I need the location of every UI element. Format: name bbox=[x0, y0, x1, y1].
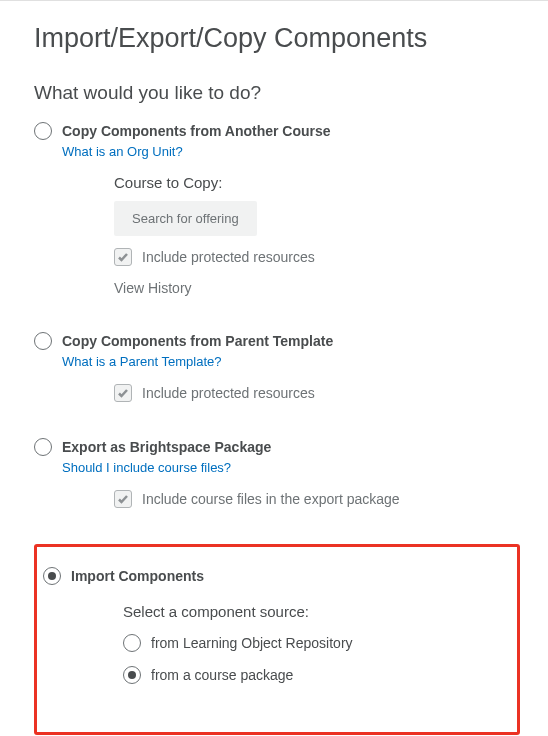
label-export: Export as Brightspace Package bbox=[62, 439, 271, 455]
include-protected-label-1: Include protected resources bbox=[142, 249, 315, 265]
source-label: Select a component source: bbox=[123, 603, 499, 620]
search-offering-button[interactable]: Search for offering bbox=[114, 201, 257, 236]
check-icon bbox=[117, 251, 129, 263]
radio-copy-parent[interactable] bbox=[34, 332, 52, 350]
checkbox-include-files[interactable] bbox=[114, 490, 132, 508]
radio-copy-course[interactable] bbox=[34, 122, 52, 140]
radio-export[interactable] bbox=[34, 438, 52, 456]
checkbox-include-protected-2[interactable] bbox=[114, 384, 132, 402]
label-from-lor: from Learning Object Repository bbox=[151, 635, 353, 651]
radio-import[interactable] bbox=[43, 567, 61, 585]
label-copy-course: Copy Components from Another Course bbox=[62, 123, 331, 139]
check-icon bbox=[117, 493, 129, 505]
link-org-unit-help[interactable]: What is an Org Unit? bbox=[62, 144, 183, 159]
label-from-package: from a course package bbox=[151, 667, 293, 683]
check-icon bbox=[117, 387, 129, 399]
radio-from-package[interactable] bbox=[123, 666, 141, 684]
option-copy-parent: Copy Components from Parent Template Wha… bbox=[34, 332, 520, 402]
view-history-link[interactable]: View History bbox=[114, 280, 520, 296]
option-export: Export as Brightspace Package Should I i… bbox=[34, 438, 520, 508]
subtitle: What would you like to do? bbox=[34, 82, 520, 104]
link-course-files-help[interactable]: Should I include course files? bbox=[62, 460, 231, 475]
option-import: Import Components Select a component sou… bbox=[43, 567, 499, 684]
label-import: Import Components bbox=[71, 568, 204, 584]
link-parent-template-help[interactable]: What is a Parent Template? bbox=[62, 354, 221, 369]
checkbox-include-protected-1[interactable] bbox=[114, 248, 132, 266]
include-protected-label-2: Include protected resources bbox=[142, 385, 315, 401]
page-title: Import/Export/Copy Components bbox=[34, 23, 520, 54]
label-copy-parent: Copy Components from Parent Template bbox=[62, 333, 333, 349]
highlight-import: Import Components Select a component sou… bbox=[34, 544, 520, 735]
radio-from-lor[interactable] bbox=[123, 634, 141, 652]
include-files-label: Include course files in the export packa… bbox=[142, 491, 400, 507]
option-copy-course: Copy Components from Another Course What… bbox=[34, 122, 520, 296]
course-to-copy-label: Course to Copy: bbox=[114, 174, 520, 191]
